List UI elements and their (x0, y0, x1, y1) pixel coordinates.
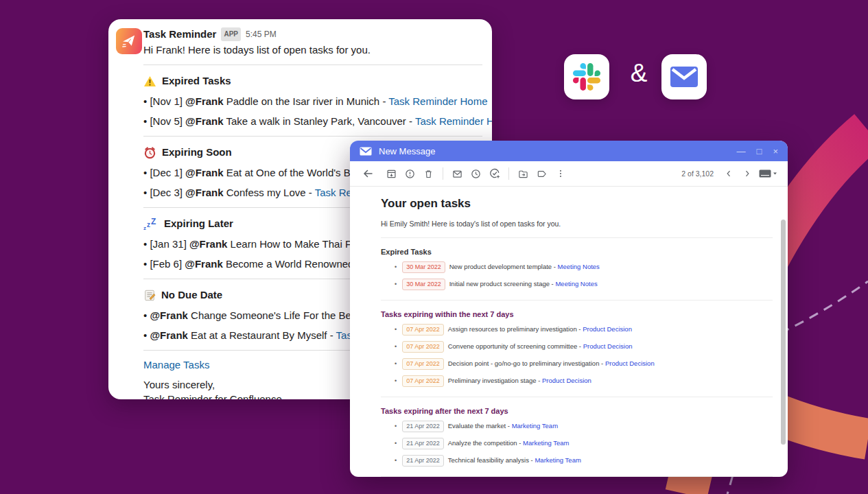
minimize-button[interactable]: — (737, 147, 746, 156)
task-text: Paddle on the Isar river in Munich - (224, 95, 389, 107)
window-title: New Message (379, 146, 435, 156)
email-task-item: 21 Apr 2022Technical feasibility analysi… (395, 455, 773, 467)
label-icon (537, 169, 547, 179)
task-date: [Jan 31] (150, 238, 189, 250)
slack-greeting: Hi Frank! Here is todays list of open ta… (143, 43, 482, 57)
older-button[interactable] (738, 165, 756, 183)
toolbar-separator (443, 167, 443, 180)
task-mention: @Frank (189, 238, 227, 250)
back-button[interactable] (358, 165, 377, 183)
gmail-window: New Message — □ × (350, 141, 788, 477)
divider (381, 476, 773, 477)
labels-button[interactable] (532, 165, 551, 183)
task-mention: @Frank (185, 258, 222, 270)
task-source-link[interactable]: Marketing Team (523, 439, 569, 447)
task-mention: @Frank (185, 187, 223, 198)
task-date: [Nov 1] (150, 95, 185, 107)
email-task-item: 07 Apr 2022Convene opportunity of screen… (395, 341, 773, 353)
divider (381, 237, 773, 238)
task-date: [Feb 6] (150, 258, 185, 270)
mail-logo (661, 54, 707, 99)
section-title-text: No Due Date (161, 287, 222, 303)
toolbar-separator (508, 167, 509, 180)
close-button[interactable]: × (773, 147, 778, 156)
report-spam-button[interactable] (401, 165, 419, 183)
task-text: Change Someone's Life For the Better - (188, 309, 375, 321)
newer-button[interactable] (719, 165, 738, 183)
task-text: Technical feasibility analysis - (448, 456, 535, 464)
task-source-link[interactable]: Marketing Team (512, 422, 558, 430)
chevron-right-icon (743, 169, 751, 178)
due-date-chip: 21 Apr 2022 (402, 421, 444, 432)
trash-icon (423, 169, 434, 179)
mark-unread-button[interactable] (448, 165, 467, 183)
task-text: Assign resources to preliminary investig… (448, 325, 583, 333)
due-date-chip: 21 Apr 2022 (402, 438, 444, 449)
snooze-button[interactable] (467, 165, 485, 183)
email-task-item: 30 Mar 2022Initial new product screening… (395, 279, 773, 290)
envelope-icon (360, 147, 372, 156)
email-task-item: 07 Apr 2022Assign resources to prelimina… (395, 324, 773, 336)
due-date-chip: 07 Apr 2022 (402, 341, 444, 353)
warning-icon (143, 75, 156, 87)
more-options-button[interactable] (551, 165, 570, 183)
task-link[interactable]: Task Reminder Home (415, 115, 492, 127)
due-date-chip: 07 Apr 2022 (402, 358, 444, 370)
add-to-tasks-button[interactable] (485, 165, 504, 183)
task-date: [Dec 1] (150, 167, 185, 178)
email-greeting: Hi Emily Smith! Here is today's list of … (381, 220, 773, 228)
alarm-clock-icon (143, 146, 156, 159)
task-mention: @Frank (185, 167, 223, 178)
task-link[interactable]: Task Reminder Home (388, 95, 487, 107)
mail-toolbar: 2 of 3,102 (350, 161, 788, 187)
task-mention: @Frank (185, 95, 223, 107)
scrollbar-thumb[interactable] (781, 220, 786, 445)
email-task-item: 07 Apr 2022Decision point - go/no-go to … (395, 358, 773, 370)
message-timestamp: 5:45 PM (246, 28, 277, 40)
task-source-link[interactable]: Marketing Team (535, 456, 580, 464)
due-date-chip: 07 Apr 2022 (402, 375, 444, 387)
app-badge: APP (221, 27, 241, 41)
archive-icon (386, 169, 397, 179)
due-date-chip: 30 Mar 2022 (402, 261, 445, 273)
task-mention: @Frank (150, 329, 187, 341)
task-source-link[interactable]: Product Decision (542, 377, 591, 384)
task-source-link[interactable]: Meeting Notes (555, 280, 597, 287)
task-text: Confess my Love - (224, 187, 315, 198)
window-titlebar[interactable]: New Message — □ × (350, 141, 788, 161)
svg-text:z: z (147, 221, 150, 228)
divider (381, 397, 773, 397)
section-title-text: Expired Tasks (162, 73, 231, 89)
app-name: Task Reminder (143, 28, 216, 40)
delete-button[interactable] (419, 165, 438, 183)
archive-button[interactable] (382, 165, 401, 183)
task-text: Take a walk in Stanley Park, Vancouver - (224, 115, 415, 127)
task-text: Eat at a Restaurant By Myself - (188, 329, 336, 341)
add-task-icon (489, 168, 500, 179)
task-text: Preliminary investigation stage - (448, 377, 542, 384)
divider (143, 64, 482, 65)
mark-unread-icon (452, 169, 462, 179)
email-subject: Your open tasks (381, 197, 773, 211)
email-section-title: Expired Tasks (381, 248, 773, 256)
task-source-link[interactable]: Meeting Notes (558, 263, 600, 270)
move-to-button[interactable] (514, 165, 532, 183)
task-source-link[interactable]: Product Decision (583, 342, 633, 350)
maximize-button[interactable]: □ (757, 147, 762, 156)
input-tools-button[interactable] (756, 165, 779, 183)
task-source-link[interactable]: Product Decision (605, 360, 655, 367)
svg-text:z: z (143, 225, 146, 231)
more-vert-icon (556, 169, 565, 178)
task-text: Convene opportunity of screening committ… (448, 342, 583, 350)
email-body: Your open tasks Hi Emily Smith! Here is … (350, 187, 788, 477)
email-counter: 2 of 3,102 (681, 169, 714, 178)
memo-icon (143, 289, 156, 302)
manage-tasks-link[interactable]: Manage Tasks (143, 359, 209, 370)
section-title-expired: Expired Tasks (143, 73, 482, 89)
section-title-text: Expiring Soon (162, 145, 232, 160)
zzz-icon: z z Z (143, 217, 159, 231)
task-source-link[interactable]: Product Decision (583, 325, 632, 333)
task-item: [Nov 5] @Frank Take a walk in Stanley Pa… (143, 115, 482, 128)
move-to-folder-icon (518, 169, 528, 179)
email-task-item: 21 Apr 2022Evaluate the market - Marketi… (395, 421, 773, 432)
